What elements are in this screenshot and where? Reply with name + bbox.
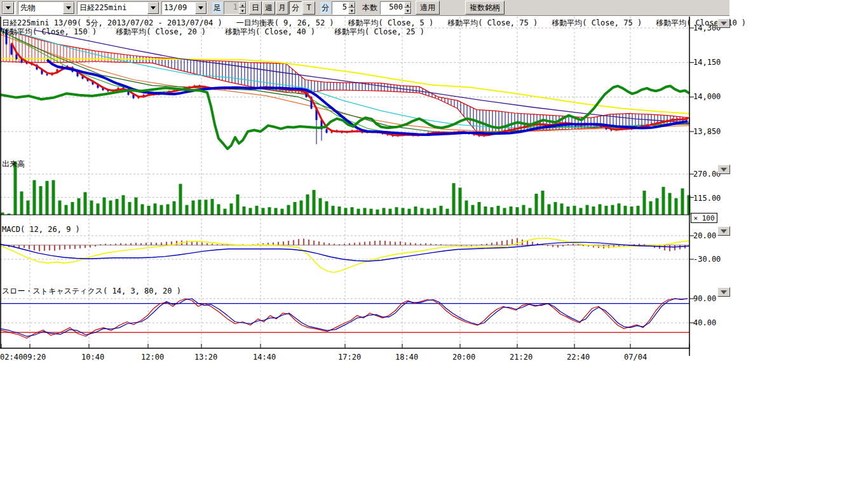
price-axis-label: 14,000: [693, 92, 721, 101]
legend-ma150: 移動平均( Close, 150 ): [2, 27, 97, 37]
price-axis-label: 14,150: [693, 58, 721, 67]
legend-ma75a: 移動平均( Close, 75 ): [447, 18, 538, 29]
time-axis-label: 18:40: [395, 353, 418, 362]
stoch-pane-title: スロー・ストキャスティクス( 14, 3, 80, 20 ): [2, 286, 181, 297]
chevron-down-icon: [721, 290, 727, 294]
legend-ma25: 移動平均( Close, 25 ): [334, 27, 424, 37]
time-axis-label: 12:00: [141, 353, 164, 362]
time-axis-label: 07/04: [624, 353, 647, 362]
main-pane-menu-button[interactable]: [717, 18, 730, 28]
volume-axis-label: 270.00: [693, 170, 721, 179]
stoch-axis-label: 40.00: [693, 318, 716, 327]
volume-multiplier-badge: × 100: [691, 213, 717, 223]
time-axis-label: 14:40: [253, 353, 276, 362]
macd-axis-label: 20.00: [693, 231, 716, 240]
time-axis-label: 13:20: [194, 353, 217, 362]
stoch-pane-menu-button[interactable]: [717, 287, 730, 297]
volume-pane-menu-button[interactable]: [717, 165, 730, 174]
volume-axis-label: 115.00: [693, 194, 721, 203]
price-axis-label: 13,850: [693, 127, 721, 136]
legend-ma20: 移動平均( Close, 20 ): [116, 27, 206, 37]
macd-pane-title: MACD( 12, 26, 9 ): [2, 225, 80, 234]
time-axis-label: 22:40: [567, 353, 590, 362]
legend-ma75b: 移動平均( Close, 75 ): [552, 18, 642, 29]
time-axis-label: 17:20: [338, 353, 361, 362]
macd-axis-label: -30.00: [693, 255, 721, 264]
chevron-down-icon: [721, 22, 727, 25]
chevron-down-icon: [721, 229, 727, 233]
stoch-axis-label: 90.00: [693, 294, 716, 303]
time-axis-label: 09:20: [23, 353, 46, 362]
time-axis-label: 21:20: [510, 353, 532, 362]
chart-canvas: [0, 0, 729, 367]
volume-pane-title: 出来高: [2, 159, 25, 170]
time-axis-label: 02:40: [0, 353, 23, 362]
legend-row-2: 移動平均( Close, 150 ) 移動平均( Close, 20 ) 移動平…: [2, 27, 438, 37]
app-window: 先物 日経225mini 13/09 足 1 ▲▼ 日 週 月 分 T 分 5 …: [0, 0, 868, 488]
chevron-down-icon: [721, 168, 727, 172]
legend-ma40: 移動平均( Close, 40 ): [225, 27, 315, 37]
time-axis-label: 20:00: [452, 353, 475, 362]
price-axis-label: 14,300: [693, 24, 721, 32]
macd-pane-menu-button[interactable]: [717, 226, 730, 236]
time-axis-label: 10:40: [81, 353, 104, 362]
